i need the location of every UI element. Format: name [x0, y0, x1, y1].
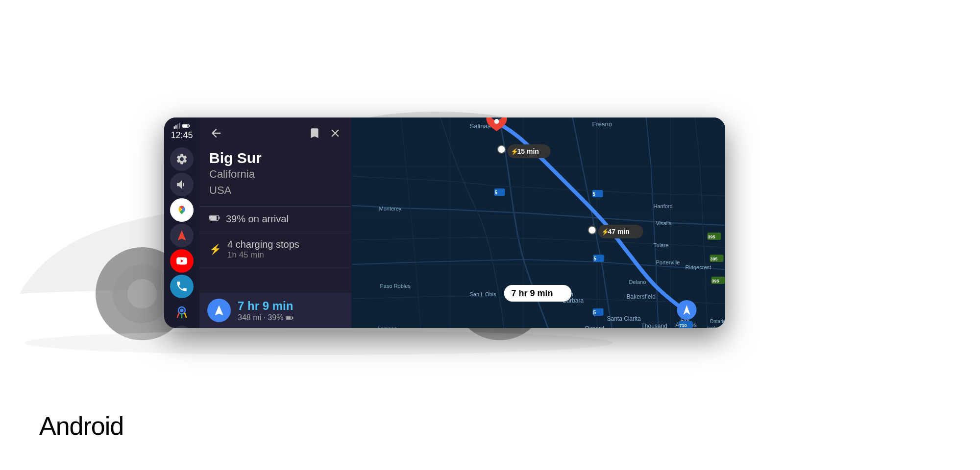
svg-text:Ridgecrest: Ridgecrest — [686, 264, 711, 270]
svg-rect-16 — [189, 125, 190, 127]
info-panel: Big Sur California USA 39% on arrival ⚡ … — [199, 118, 351, 328]
nav-distance: 348 mi · 39% — [238, 313, 286, 322]
svg-point-76 — [494, 119, 499, 124]
back-button[interactable] — [209, 126, 223, 140]
navigation-button[interactable] — [170, 224, 194, 247]
nav-details: 348 mi · 39% — [238, 313, 294, 322]
battery-inline-icon — [286, 315, 294, 321]
svg-text:710: 710 — [680, 323, 687, 328]
back-arrow-icon — [209, 126, 223, 140]
svg-line-19 — [177, 313, 179, 317]
header-actions — [308, 127, 342, 140]
charging-info: 4 charging stops 1h 45 min — [227, 239, 299, 260]
clock-display: 12:45 — [171, 130, 193, 141]
navigation-strip: 7 hr 9 min 348 mi · 39% — [199, 293, 351, 328]
volume-icon — [175, 178, 188, 191]
svg-rect-24 — [210, 216, 217, 220]
sidebar: 12:45 — [164, 118, 199, 328]
svg-text:Salinas: Salinas — [470, 122, 491, 130]
svg-text:395: 395 — [712, 279, 719, 283]
svg-text:Tulare: Tulare — [654, 242, 669, 248]
svg-text:Paso Robles: Paso Robles — [380, 283, 411, 289]
svg-text:Hanford: Hanford — [654, 203, 673, 209]
svg-text:Monterey: Monterey — [379, 206, 402, 212]
map-svg: Salinas Fresno Monterey Hanford Visalia … — [351, 118, 725, 328]
svg-text:Visalia: Visalia — [656, 220, 672, 226]
destination-country: USA — [209, 183, 342, 198]
svg-text:Bakersfield: Bakersfield — [627, 293, 656, 300]
close-button[interactable] — [329, 127, 342, 140]
bookmark-button[interactable] — [308, 127, 321, 140]
destination-name: Big Sur — [209, 150, 342, 166]
bookmark-icon — [308, 127, 321, 140]
android-brand-label: Android — [39, 411, 123, 441]
settings-button[interactable] — [170, 147, 194, 171]
svg-point-17 — [175, 204, 189, 217]
svg-point-22 — [180, 309, 184, 312]
youtube-button[interactable] — [170, 249, 194, 273]
svg-text:Ontario: Ontario — [710, 319, 726, 324]
svg-text:395: 395 — [710, 257, 718, 261]
svg-text:5: 5 — [495, 190, 498, 195]
svg-rect-25 — [219, 217, 220, 219]
charging-icon: ⚡ — [209, 243, 221, 255]
svg-text:5: 5 — [594, 256, 597, 261]
battery-arrival-icon — [209, 214, 220, 224]
battery-status-icon — [182, 123, 190, 129]
signal-icon — [173, 122, 180, 129]
svg-point-77 — [498, 145, 506, 153]
svg-rect-15 — [183, 124, 187, 127]
svg-line-21 — [185, 313, 186, 317]
svg-text:Lompoc: Lompoc — [378, 326, 397, 328]
nav-time: 7 hr 9 min — [238, 299, 294, 313]
svg-rect-12 — [177, 124, 178, 129]
phone-button[interactable] — [170, 275, 194, 298]
svg-text:47 min: 47 min — [608, 228, 630, 235]
svg-text:5: 5 — [593, 191, 596, 197]
svg-point-81 — [588, 226, 596, 234]
destination-info: Big Sur California USA — [199, 146, 351, 206]
destination-state: California — [209, 167, 342, 182]
youtube-icon — [175, 255, 188, 267]
svg-point-9 — [24, 330, 612, 355]
svg-text:Thousand: Thousand — [641, 323, 667, 328]
nav-info: 7 hr 9 min 348 mi · 39% — [238, 299, 294, 322]
google-maps-icon — [175, 203, 189, 217]
svg-rect-27 — [286, 317, 291, 319]
svg-rect-11 — [175, 125, 176, 129]
svg-text:Oxnard: Oxnard — [585, 325, 604, 328]
svg-point-5 — [127, 279, 157, 308]
google-maps-button[interactable] — [170, 198, 194, 222]
charging-stops-text: 4 charging stops — [227, 239, 299, 250]
gear-icon — [175, 153, 188, 165]
svg-text:Anaheim: Anaheim — [707, 326, 724, 328]
zoom-in-button[interactable]: + — [171, 326, 193, 328]
svg-rect-28 — [292, 317, 293, 319]
battery-arrival-text: 39% on arrival — [226, 213, 289, 225]
volume-button[interactable] — [170, 173, 194, 196]
charging-duration-text: 1h 45 min — [227, 250, 299, 260]
assistant-button[interactable] — [170, 300, 194, 324]
svg-text:Fresno: Fresno — [592, 120, 612, 128]
panel-header — [199, 118, 351, 146]
nav-avatar — [207, 299, 231, 322]
navigate-arrow-icon — [213, 304, 225, 317]
svg-text:15 min: 15 min — [517, 147, 539, 155]
svg-text:5: 5 — [593, 310, 596, 315]
svg-text:Santa Clarita: Santa Clarita — [607, 315, 641, 322]
battery-arrival-row: 39% on arrival — [199, 207, 351, 232]
charging-stops-row: ⚡ 4 charging stops 1h 45 min — [199, 232, 351, 267]
svg-text:395: 395 — [708, 235, 715, 239]
svg-text:Delano: Delano — [629, 279, 646, 285]
phone-icon — [175, 280, 188, 293]
bottom-controls: + − — [171, 326, 193, 328]
svg-rect-13 — [179, 123, 180, 129]
svg-text:7 hr 9 min: 7 hr 9 min — [512, 288, 553, 298]
map-area[interactable]: Salinas Fresno Monterey Hanford Visalia … — [351, 118, 725, 328]
close-icon — [329, 127, 342, 140]
car-unit: 12:45 — [164, 118, 725, 328]
battery-icon — [209, 214, 220, 222]
svg-rect-10 — [174, 126, 175, 129]
navigate-icon — [175, 229, 188, 242]
svg-text:Porterville: Porterville — [656, 259, 680, 265]
